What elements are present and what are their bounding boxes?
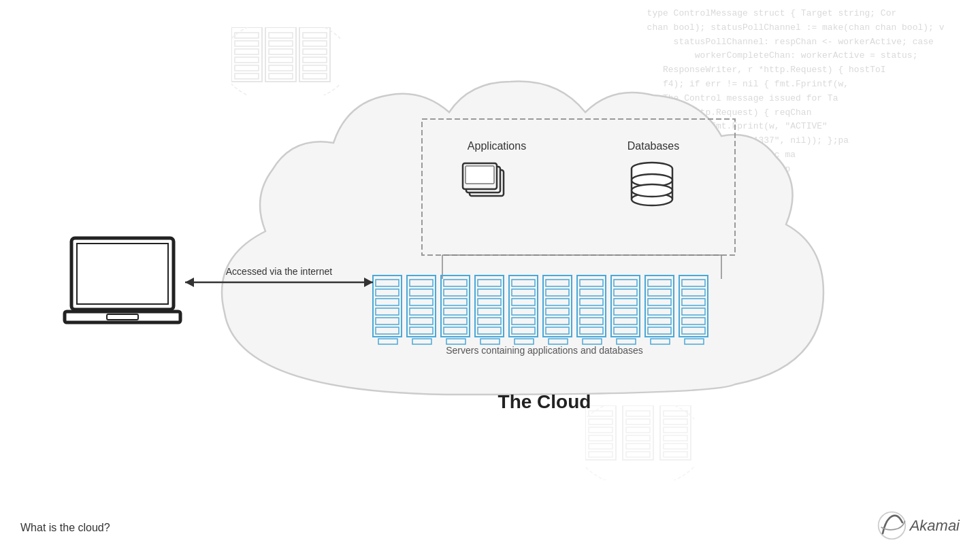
akamai-logo-text: Akamai: [910, 517, 960, 535]
cloud-title: The Cloud: [498, 391, 591, 412]
databases-icon: [632, 163, 672, 205]
slide-label: What is the cloud?: [20, 522, 110, 534]
laptop-icon: [65, 238, 180, 322]
applications-icon: [463, 163, 504, 196]
databases-label: Databases: [627, 140, 680, 152]
servers-label: Servers containing applications and data…: [446, 345, 643, 356]
svg-point-54: [632, 184, 672, 197]
svg-rect-137: [77, 244, 168, 304]
applications-label: Applications: [468, 140, 526, 152]
access-text: Accessed via the internet: [226, 266, 333, 277]
svg-rect-47: [466, 166, 494, 184]
svg-rect-138: [65, 312, 180, 322]
akamai-logo-icon: [877, 510, 907, 541]
akamai-logo: Akamai: [877, 510, 960, 541]
main-content: Applications Databases: [0, 0, 980, 551]
svg-marker-141: [185, 278, 194, 287]
diagram-svg: Applications Databases: [0, 0, 980, 551]
